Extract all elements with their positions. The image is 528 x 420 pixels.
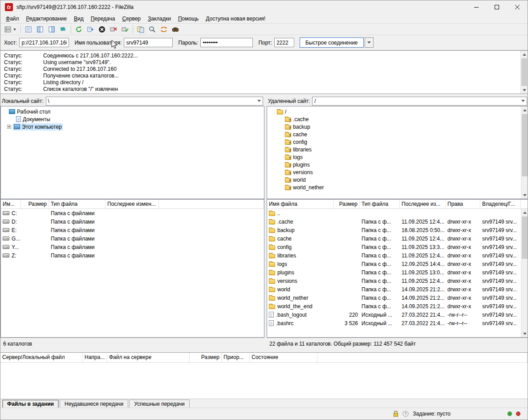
scroll-up-icon[interactable]: [521, 51, 528, 58]
tree-item[interactable]: plugins: [267, 161, 528, 168]
menu-server[interactable]: Сервер: [118, 14, 144, 23]
file-row[interactable]: backup Папка с ф... 16.08.2025 0:50... d…: [267, 226, 528, 234]
tree-item-root[interactable]: /: [267, 108, 528, 115]
scroll-down-icon[interactable]: [521, 86, 528, 94]
file-row[interactable]: libraries Папка с ф... 11.09.2025 12:4..…: [267, 251, 528, 260]
file-row[interactable]: C: Папка с файлами: [1, 209, 264, 217]
filter-icon[interactable]: [146, 24, 158, 34]
file-row[interactable]: E: Папка с файлами: [1, 226, 264, 234]
remote-list-scrollbar[interactable]: [521, 209, 528, 337]
column-header-server-local-file[interactable]: Сервер/Локальный файл: [0, 353, 83, 362]
menu-transfer[interactable]: Передача: [87, 14, 119, 23]
tree-item[interactable]: logs: [267, 153, 528, 161]
port-input[interactable]: [274, 38, 294, 47]
tab-failed-transfers[interactable]: Неудавшиеся передачи: [60, 400, 128, 408]
tab-successful-transfers[interactable]: Успешные передачи: [129, 400, 190, 408]
tree-item[interactable]: world: [267, 176, 528, 183]
column-header-perms[interactable]: Права: [446, 200, 480, 208]
column-header-remote-file[interactable]: Файл на сервере: [107, 353, 190, 362]
column-header-name[interactable]: Имя файла: [267, 200, 334, 208]
tree-item[interactable]: backup: [267, 123, 528, 130]
expand-icon[interactable]: [7, 125, 11, 129]
file-row[interactable]: Z: Папка с файлами: [1, 251, 264, 260]
toggle-local-tree-icon[interactable]: [34, 24, 46, 34]
menu-bookmarks[interactable]: Закладки: [144, 14, 175, 23]
tree-item[interactable]: .cache: [267, 115, 528, 123]
list-scrollbar-thumb[interactable]: [522, 216, 528, 259]
file-row[interactable]: .bash_logout 220 Исходный ... 27.03.2022…: [267, 310, 528, 319]
column-header-direction[interactable]: Напра...: [83, 353, 107, 362]
help-icon[interactable]: ?: [402, 411, 409, 417]
tab-queued-files[interactable]: Файлы в задании: [2, 400, 59, 408]
maximize-button[interactable]: [487, 0, 507, 14]
site-manager-icon[interactable]: [3, 24, 19, 34]
tree-item[interactable]: versions: [267, 168, 528, 176]
username-input[interactable]: [124, 38, 173, 47]
cancel-icon[interactable]: [96, 24, 108, 34]
tree-item[interactable]: libraries: [267, 146, 528, 153]
tree-item-documents[interactable]: Документы: [1, 115, 264, 123]
tree-item[interactable]: config: [267, 138, 528, 146]
log-scrollbar-thumb[interactable]: [521, 58, 527, 86]
toggle-queue-icon[interactable]: [57, 24, 69, 34]
scroll-up-icon[interactable]: [521, 106, 528, 114]
local-path-combo[interactable]: \: [46, 97, 264, 106]
remote-tree-scrollbar[interactable]: [521, 106, 528, 199]
file-row[interactable]: world_the_end Папка с ф... 14.09.2025 21…: [267, 302, 528, 310]
refresh-icon[interactable]: [73, 24, 85, 34]
close-button[interactable]: [507, 0, 528, 14]
log-scrollbar[interactable]: [520, 51, 528, 94]
reconnect-icon[interactable]: [119, 24, 131, 34]
quickconnect-button[interactable]: Быстрое соединение: [300, 37, 364, 48]
column-header-type[interactable]: Тип файла: [49, 200, 106, 208]
toggle-log-icon[interactable]: [23, 24, 34, 34]
menu-new-version[interactable]: Доступна новая версия!: [202, 14, 269, 23]
tree-item-this-computer[interactable]: Этот компьютер: [1, 123, 264, 130]
tree-item-desktop[interactable]: Рабочий стол: [1, 108, 264, 115]
column-header-modified[interactable]: Последнее из...: [400, 200, 446, 208]
column-header-priority[interactable]: Приор...: [222, 353, 250, 362]
column-header-name[interactable]: Им...: [1, 200, 21, 208]
tree-item[interactable]: world_nether: [267, 183, 528, 191]
scroll-down-icon[interactable]: [521, 192, 528, 199]
minimize-button[interactable]: [466, 0, 487, 14]
column-header-size[interactable]: Размер: [334, 200, 360, 208]
queue-splitter[interactable]: [0, 349, 528, 352]
column-header-size[interactable]: Размер: [190, 353, 222, 362]
file-row[interactable]: world_nether Папка с ф... 14.09.2025 21:…: [267, 294, 528, 302]
host-input[interactable]: [19, 38, 69, 47]
column-header-status[interactable]: Состояние: [250, 353, 317, 362]
scroll-down-icon[interactable]: [521, 330, 528, 337]
tree-scrollbar-thumb[interactable]: [522, 114, 528, 176]
menu-file[interactable]: Файл: [2, 14, 23, 23]
file-row[interactable]: .bashrc 3 526 Исходный ... 27.03.2022 21…: [267, 319, 528, 327]
tree-item[interactable]: cache: [267, 130, 528, 138]
parent-dir-row[interactable]: ..: [267, 209, 528, 217]
column-header-size[interactable]: Размер: [21, 200, 49, 208]
process-queue-icon[interactable]: [85, 24, 96, 34]
file-row[interactable]: .cache Папка с ф... 11.09.2025 12:4... d…: [267, 217, 528, 226]
file-row[interactable]: world Папка с ф... 14.09.2025 21:2... dr…: [267, 285, 528, 294]
disconnect-icon[interactable]: [108, 24, 119, 34]
lock-icon[interactable]: [393, 411, 398, 417]
menu-view[interactable]: Вид: [70, 14, 87, 23]
directory-comparison-icon[interactable]: [135, 24, 146, 34]
column-header-owner[interactable]: Владелец/Г...: [480, 200, 521, 208]
synchronized-browsing-icon[interactable]: [158, 24, 170, 34]
quickconnect-dropdown[interactable]: [365, 37, 374, 48]
file-row[interactable]: config Папка с ф... 11.09.2025 13:3... d…: [267, 243, 528, 251]
file-row[interactable]: D: Папка с файлами: [1, 217, 264, 226]
file-row[interactable]: Y... Папка с файлами: [1, 243, 264, 251]
file-row[interactable]: G... Папка с файлами: [1, 234, 264, 243]
toggle-remote-tree-icon[interactable]: [46, 24, 57, 34]
scroll-up-icon[interactable]: [521, 209, 528, 216]
find-files-icon[interactable]: [170, 24, 181, 34]
file-row[interactable]: logs Папка с ф... 12.09.2025 14:4... drw…: [267, 260, 528, 268]
password-input[interactable]: [200, 38, 253, 47]
column-header-modified[interactable]: Последнее измен...: [106, 200, 159, 208]
menu-help[interactable]: Помощь: [175, 14, 202, 23]
menu-edit[interactable]: Редактирование: [23, 14, 70, 23]
remote-path-combo[interactable]: /: [312, 97, 527, 106]
file-row[interactable]: cache Папка с ф... 11.09.2025 12:4... dr…: [267, 234, 528, 243]
file-row[interactable]: plugins Папка с ф... 11.09.2025 13:0... …: [267, 268, 528, 277]
